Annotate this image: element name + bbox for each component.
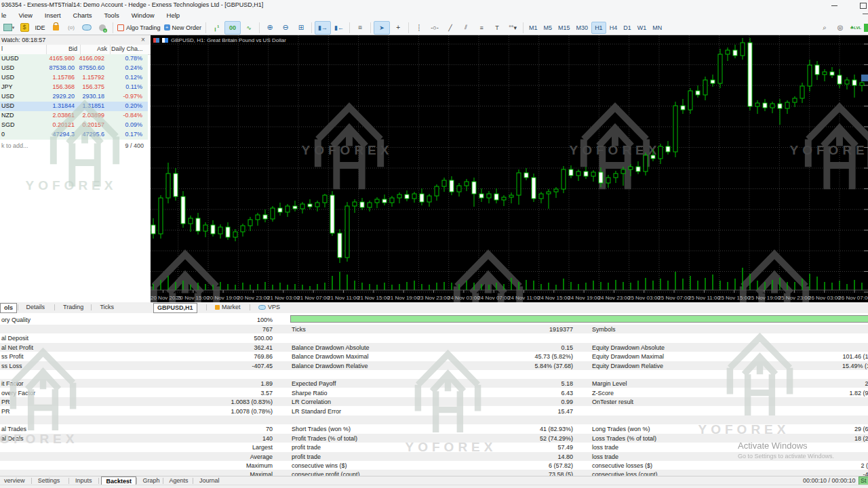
timeframe-m1[interactable]: M1 (526, 22, 540, 33)
community-icon[interactable]: + (95, 22, 110, 34)
ask-cell: 156.375 (82, 83, 104, 90)
search-icon[interactable]: ⌕ (817, 22, 832, 34)
chart-shift-icon[interactable]: ▮→ (315, 21, 331, 35)
tester-label: Balance Drawdown Maximal (292, 353, 369, 360)
text-tool-icon[interactable]: T (490, 22, 505, 34)
timeframe-m5[interactable]: M5 (541, 22, 555, 33)
zoom-in-icon[interactable]: ⊕ (262, 22, 277, 34)
bar-chart-type-icon[interactable]: ╷¹ (209, 22, 224, 34)
timeframe-w1[interactable]: W1 (635, 22, 650, 33)
fibonacci-tool-icon[interactable]: ≡ (474, 22, 489, 34)
col-ask[interactable]: Ask (97, 45, 107, 52)
clipped-toolbar-icon[interactable] (864, 24, 868, 32)
chart-tab-market[interactable]: Market (212, 303, 244, 312)
column-divider (110, 45, 111, 54)
minimize-button[interactable] (826, 2, 842, 9)
tile-windows-icon[interactable]: ⊞ (294, 22, 309, 34)
bottom-tab-agents[interactable]: Agents (165, 476, 193, 485)
menu-item-tools[interactable]: Tools (98, 10, 125, 20)
mw-tab-trading[interactable]: Trading (60, 303, 87, 312)
current-price-marker (861, 75, 868, 81)
bottom-tab-journal[interactable]: Journal (195, 476, 224, 485)
tester-label: consecutive loss (count) (592, 471, 658, 476)
vertical-line-tool-icon[interactable]: ┊ (412, 22, 427, 34)
market-watch-row[interactable]: JPY156.368156.3750.11% (0, 83, 148, 92)
horizontal-line-tool-icon[interactable]: -○- (427, 22, 442, 34)
col-daily-change[interactable]: Daily Cha... (111, 45, 143, 52)
col-symbol[interactable]: l (1, 45, 3, 52)
col-bid[interactable]: Bid (68, 45, 77, 52)
chart-icon[interactable] (162, 38, 168, 43)
timeframe-m15[interactable]: M15 (555, 22, 573, 33)
auto-scroll-icon[interactable]: ▮← (332, 22, 347, 34)
svg-text:21 Nov 19:00: 21 Nov 19:00 (387, 295, 420, 301)
account-icon[interactable]: ◎ (833, 22, 848, 34)
chart-tab-gbpusd-h1[interactable]: GBPUSD,H1 (153, 303, 197, 313)
menu-item-view[interactable]: View (12, 10, 38, 20)
mdi-minimize-icon[interactable] (863, 14, 868, 14)
menu-item-le[interactable]: le (0, 10, 12, 20)
price-chart[interactable]: YOFOREXYOFOREXYOFOREX20 Nov 202520 Nov 1… (151, 35, 868, 302)
restore-button[interactable] (856, 2, 868, 9)
chart-profile-button[interactable]: ▾ (1, 22, 16, 34)
menu-item-window[interactable]: Window (125, 10, 161, 20)
tester-value: 101.46 (15.4 (800, 353, 868, 360)
line-chart-type-icon[interactable]: ∿ (241, 22, 256, 34)
candle-chart-type-icon[interactable]: 00 (224, 21, 241, 35)
click-to-add[interactable]: k to add... (1, 142, 28, 149)
crosshair-icon[interactable]: + (391, 22, 406, 34)
mw-tab-details[interactable]: Details (23, 303, 49, 312)
change-cell: 0.11% (125, 83, 142, 90)
bottom-tab-verview[interactable]: verview (0, 476, 29, 485)
market-watch-row[interactable]: NZD2.038612.03899-0.84% (0, 111, 148, 121)
timeframe-h1[interactable]: H1 (591, 22, 606, 34)
timeframe-mn[interactable]: MN (650, 22, 665, 33)
chart-tab-vps[interactable]: VPS (255, 303, 283, 312)
new-order-button[interactable]: +New Order (163, 22, 203, 34)
market-watch-row[interactable]: USD2929.202930.18-0.97% (0, 92, 148, 102)
timeframe-h4[interactable]: H4 (607, 22, 620, 33)
timeframe-d1[interactable]: D1 (620, 22, 634, 33)
algo-trading-button[interactable]: Algo Trading (116, 22, 162, 34)
mw-tab-ticks[interactable]: Ticks (96, 303, 117, 312)
tester-label: Symbols (592, 326, 616, 333)
deposit-icon[interactable]: $ (17, 22, 32, 34)
ide-button[interactable]: IDE (33, 22, 47, 34)
market-watch-row[interactable]: SGD0.201210.201570.09% (0, 121, 148, 130)
mw-tab-ols[interactable]: ols (0, 303, 17, 313)
market-watch-row[interactable]: UUSD4165.9804166.0920.78% (0, 54, 148, 64)
menu-item-insert[interactable]: Insert (39, 10, 67, 20)
tester-label: ss Loss (1, 363, 22, 369)
cursor-icon[interactable]: ➤ (374, 21, 390, 35)
cloud-icon[interactable] (79, 22, 94, 34)
change-cell: 0.24% (125, 64, 142, 71)
timeframe-m30[interactable]: M30 (574, 22, 591, 33)
menu-item-charts[interactable]: Charts (67, 10, 98, 20)
tester-elapsed-time: 00:00:10 / 00:00:10 (803, 477, 856, 484)
screenshot-icon[interactable]: ⧈ (353, 22, 368, 34)
tester-label: Long Trades (won %) (592, 426, 650, 432)
signal-icon[interactable]: (o) (64, 22, 79, 34)
market-watch-row[interactable]: USD1.157861.157920.12% (0, 73, 148, 83)
market-watch-row[interactable]: 047294.347295.60.17% (0, 130, 148, 140)
svg-text:25 Nov 19:00: 25 Nov 19:00 (748, 295, 781, 301)
tester-value: -4 (800, 444, 868, 451)
close-icon[interactable]: × (141, 36, 145, 43)
tester-label: Balance Drawdown Absolute (292, 344, 370, 351)
market-watch-row[interactable]: USD87538.0087550.600.24% (0, 64, 148, 73)
trendline-tool-icon[interactable]: ╱ (443, 22, 458, 34)
depth-of-market-icon[interactable] (153, 38, 159, 43)
market-watch-row[interactable]: USD1.318441.318510.20% (0, 102, 148, 111)
tester-value: 362.41 (171, 344, 273, 351)
shapes-tool-icon[interactable]: °°▾ (505, 22, 520, 34)
svg-text:21 Nov 11:00: 21 Nov 11:00 (328, 295, 360, 301)
zoom-out-icon[interactable]: ⊖ (278, 22, 293, 34)
channel-tool-icon[interactable]: ⫽ (458, 22, 473, 34)
bottom-tab-inputs[interactable]: Inputs (71, 476, 96, 485)
lock-icon[interactable] (48, 22, 63, 34)
bottom-tab-settings[interactable]: Settings (34, 476, 64, 485)
menu-item-help[interactable]: Help (161, 10, 186, 20)
bottom-tab-graph[interactable]: Graph (139, 476, 164, 485)
chart-window[interactable]: YOFOREXYOFOREXYOFOREX20 Nov 202520 Nov 1… (151, 35, 868, 302)
lvl-icon[interactable]: ☘LVL (848, 22, 863, 34)
